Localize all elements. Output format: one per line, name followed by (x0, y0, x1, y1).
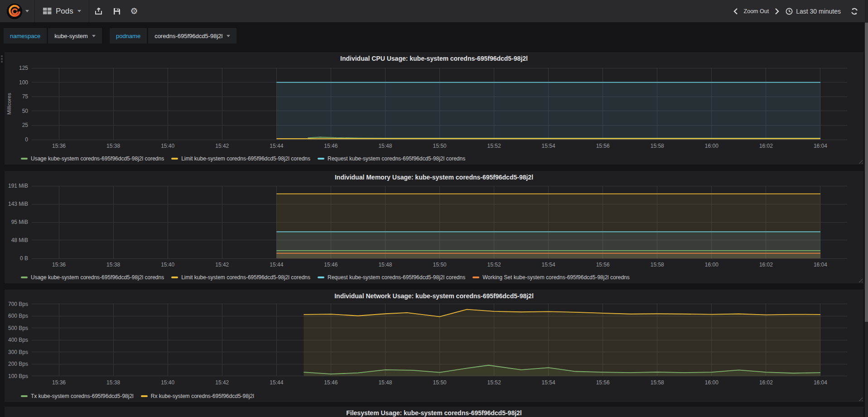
svg-text:16:00: 16:00 (705, 143, 719, 149)
dashboard-grid-icon (43, 8, 52, 15)
legend-series-label: Limit kube-system coredns-695f96dcd5-98j… (181, 274, 310, 281)
clock-icon (786, 8, 793, 15)
network-usage-chart[interactable]: 15:3615:3815:4015:4215:4415:4615:4815:50… (5, 299, 863, 390)
svg-text:0: 0 (25, 136, 28, 143)
legend-series-dash (318, 276, 324, 278)
legend-series-dash (21, 395, 28, 397)
legend-item[interactable]: Request kube-system coredns-695f96dcd5-9… (318, 155, 465, 162)
svg-text:15:54: 15:54 (542, 379, 555, 386)
time-shift-right-button[interactable] (775, 8, 779, 15)
svg-text:16:04: 16:04 (814, 262, 827, 268)
panel-network-usage: Individual Network Usage: kube-system co… (5, 290, 863, 402)
legend-series-label: Limit kube-system coredns-695f96dcd5-98j… (181, 155, 310, 162)
panel-resize-handle[interactable] (857, 396, 863, 401)
svg-text:15:36: 15:36 (52, 379, 66, 386)
refresh-button[interactable] (851, 8, 858, 15)
svg-text:15:40: 15:40 (161, 143, 174, 149)
svg-text:15:42: 15:42 (215, 262, 229, 268)
panel-title-cpu[interactable]: Individual CPU Usage: kube-system coredn… (5, 52, 863, 64)
dashboard-title: Pods (56, 7, 73, 16)
svg-text:0 B: 0 B (20, 255, 28, 262)
variable-value-namespace-dropdown[interactable]: kube-system (48, 28, 102, 44)
svg-text:15:38: 15:38 (106, 143, 120, 149)
zoom-out-button[interactable]: Zoom Out (744, 8, 769, 15)
variable-caret-down-icon (227, 35, 230, 37)
legend-item[interactable]: Usage kube-system coredns-695f96dcd5-98j… (21, 155, 164, 162)
svg-text:15:54: 15:54 (542, 262, 555, 268)
svg-text:15:50: 15:50 (433, 262, 446, 268)
legend-item[interactable]: Limit kube-system coredns-695f96dcd5-98j… (171, 274, 310, 281)
legend-series-dash (171, 158, 178, 160)
grafana-logo-menu-button[interactable] (0, 0, 34, 22)
svg-text:15:50: 15:50 (433, 143, 446, 149)
svg-text:143 MiB: 143 MiB (8, 201, 28, 207)
legend-series-dash (318, 158, 324, 160)
share-button[interactable] (90, 0, 108, 22)
svg-text:100: 100 (19, 79, 28, 86)
panel-resize-handle[interactable] (857, 158, 863, 164)
svg-text:16:04: 16:04 (814, 143, 827, 149)
refresh-icon (851, 8, 858, 15)
nav-divider (89, 0, 89, 22)
save-floppy-icon (113, 8, 121, 15)
save-button[interactable] (108, 0, 126, 22)
cpu-chart-legend: Usage kube-system coredns-695f96dcd5-98j… (21, 155, 465, 162)
svg-text:15:38: 15:38 (106, 379, 120, 386)
svg-text:300 Bps: 300 Bps (8, 349, 28, 355)
svg-text:75: 75 (22, 93, 29, 100)
dashboard-picker-button[interactable]: Pods (35, 0, 89, 22)
panel-resize-handle[interactable] (857, 277, 863, 282)
legend-series-label: Rx kube-system coredns-695f96dcd5-98j2l (151, 393, 254, 399)
memory-chart-legend: Usage kube-system coredns-695f96dcd5-98j… (21, 274, 630, 281)
legend-item[interactable]: Working Set kube-system coredns-695f96dc… (473, 274, 630, 281)
legend-item[interactable]: Tx kube-system coredns-695f96dcd5-98j2l (21, 393, 134, 399)
legend-item[interactable]: Usage kube-system coredns-695f96dcd5-98j… (21, 274, 164, 281)
svg-text:15:38: 15:38 (106, 262, 120, 268)
svg-text:95 MiB: 95 MiB (11, 219, 28, 225)
settings-button[interactable]: ⚙ (125, 0, 143, 22)
variable-label-namespace: namespace (4, 28, 47, 44)
memory-usage-chart[interactable]: 15:3615:3815:4015:4215:4415:4615:4815:50… (5, 181, 863, 272)
svg-text:15:58: 15:58 (651, 379, 664, 386)
legend-series-dash (21, 158, 28, 160)
time-range-label: Last 30 minutes (796, 8, 841, 15)
legend-series-dash (141, 395, 148, 397)
legend-series-label: Usage kube-system coredns-695f96dcd5-98j… (31, 274, 164, 281)
template-variables-row: namespace kube-system podname coredns-69… (4, 28, 244, 44)
svg-text:16:02: 16:02 (759, 143, 773, 149)
time-shift-left-button[interactable] (733, 8, 738, 15)
variable-value-podname-dropdown[interactable]: coredns-695f96dcd5-98j2l (148, 28, 236, 44)
time-range-picker-button[interactable]: Last 30 minutes (786, 8, 841, 15)
svg-text:15:58: 15:58 (651, 143, 664, 149)
svg-text:200 Bps: 200 Bps (8, 361, 28, 367)
network-chart-legend: Tx kube-system coredns-695f96dcd5-98j2lR… (21, 393, 254, 399)
svg-text:15:44: 15:44 (270, 143, 283, 149)
svg-text:15:42: 15:42 (215, 379, 229, 386)
cpu-usage-chart[interactable]: 15:3615:3815:4015:4215:4415:4615:4815:50… (5, 63, 863, 154)
chevron-left-icon (733, 8, 738, 15)
panel-title-filesystem[interactable]: Filesystem Usage: kube-system coredns-69… (5, 407, 863, 417)
svg-text:15:56: 15:56 (596, 379, 610, 386)
svg-text:15:56: 15:56 (596, 143, 610, 149)
svg-text:16:02: 16:02 (759, 379, 773, 386)
svg-text:15:58: 15:58 (651, 262, 664, 268)
svg-text:15:44: 15:44 (270, 262, 283, 268)
variable-caret-down-icon (92, 35, 96, 37)
svg-text:25: 25 (22, 122, 29, 128)
svg-text:15:52: 15:52 (487, 262, 501, 268)
svg-text:48 MiB: 48 MiB (11, 237, 28, 243)
gear-icon: ⚙ (130, 7, 138, 15)
legend-item[interactable]: Request kube-system coredns-695f96dcd5-9… (318, 274, 465, 281)
row-drag-handle[interactable] (1, 55, 3, 63)
svg-text:16:00: 16:00 (705, 262, 719, 268)
legend-item[interactable]: Limit kube-system coredns-695f96dcd5-98j… (171, 155, 310, 162)
scrollbar-thumb[interactable] (865, 23, 868, 322)
legend-item[interactable]: Rx kube-system coredns-695f96dcd5-98j2l (141, 393, 254, 399)
variable-value-text: kube-system (54, 33, 88, 39)
legend-series-label: Request kube-system coredns-695f96dcd5-9… (328, 155, 465, 162)
svg-text:15:52: 15:52 (487, 379, 501, 386)
svg-text:16:00: 16:00 (705, 379, 719, 386)
svg-text:100 Bps: 100 Bps (8, 373, 28, 379)
grafana-logo-icon (6, 3, 23, 20)
svg-text:15:46: 15:46 (324, 262, 338, 268)
